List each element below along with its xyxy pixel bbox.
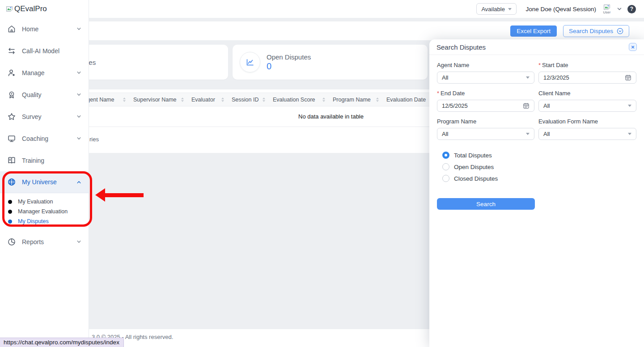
column-header-agent-name[interactable]: Agent Name (83, 93, 133, 106)
radio-label: Closed Disputes (454, 175, 498, 182)
topbar: Available Jone Doe (Qeval Session) User … (89, 0, 644, 18)
start-date-label: *Start Date (538, 62, 636, 68)
sidebar-item-label: My Universe (22, 178, 57, 186)
open-disputes-card: Open Disputes 0 (233, 45, 428, 80)
sort-icon (221, 97, 225, 102)
avatar-alt-text: User (603, 10, 611, 14)
annotation-arrow (104, 193, 144, 197)
chevron-down-icon (76, 92, 81, 97)
sidebar-item-training[interactable]: Training (0, 149, 89, 171)
submenu-item-label: My Evaluation (18, 199, 53, 205)
column-header-evaluator[interactable]: Evaluator (191, 93, 232, 106)
sort-icon (181, 97, 184, 102)
chart-line-icon (245, 57, 255, 67)
monitor-icon (7, 134, 16, 143)
submenu-item-manager-evaluation[interactable]: Manager Evaluation (0, 207, 89, 216)
sidebar-item-label: Quality (22, 91, 42, 98)
chevron-down-icon (76, 136, 81, 141)
help-icon[interactable]: ? (627, 5, 636, 13)
sidebar-item-my-universe[interactable]: My Universe (0, 171, 89, 193)
column-header-supervisor-name[interactable]: Supervisor Name (133, 93, 191, 106)
user-name: Jone Doe (Qeval Session) (525, 6, 596, 13)
sort-icon (376, 97, 379, 102)
dispute-type-radio-group: Total Disputes Open Disputes Closed Disp… (442, 152, 644, 182)
radio-closed-disputes[interactable]: Closed Disputes (442, 175, 644, 182)
my-universe-submenu: My Evaluation Manager Evaluation My Disp… (0, 193, 89, 231)
transfer-arrows-icon (7, 47, 16, 55)
caret-down-icon (526, 76, 530, 79)
user-menu-chevron-icon[interactable] (617, 6, 622, 12)
excel-export-button[interactable]: Excel Export (510, 25, 557, 37)
submenu-item-label: Manager Evaluation (18, 208, 68, 215)
sidebar-item-label: Reports (22, 238, 44, 245)
sidebar-item-label: Home (22, 25, 38, 33)
radio-open-disputes[interactable]: Open Disputes (442, 163, 644, 170)
required-marker: * (437, 90, 439, 97)
radio-button-icon (442, 163, 449, 170)
chevron-down-icon (76, 26, 81, 31)
start-date-input[interactable]: 12/3/2025 (538, 72, 636, 84)
broken-image-icon (6, 6, 13, 12)
sort-icon (123, 97, 126, 102)
annotation-arrow-head (95, 188, 105, 202)
sort-icon (322, 97, 326, 102)
sidebar: QEvalPro Home Call-AI Model Manage (0, 0, 89, 347)
end-date-input[interactable]: 12/5/2025 (437, 100, 534, 112)
sidebar-item-label: Call-AI Model (22, 47, 59, 55)
program-name-select[interactable]: All (437, 128, 534, 140)
submenu-item-label: My Disputes (18, 218, 49, 224)
start-date-value: 12/3/2025 (543, 74, 569, 81)
sidebar-item-home[interactable]: Home (0, 18, 89, 40)
search-disputes-form: Agent Name All *Start Date 12/3/2025 *En… (429, 55, 644, 140)
app-logo[interactable]: QEvalPro (0, 0, 89, 18)
availability-value: Available (481, 6, 505, 13)
search-disputes-panel-header: Search Disputes ✕ (429, 39, 644, 55)
calendar-icon (523, 102, 530, 109)
radio-button-icon (442, 152, 449, 159)
sidebar-item-quality[interactable]: Quality (0, 84, 89, 106)
user-avatar[interactable]: User (601, 4, 613, 14)
evaluation-form-name-value: All (543, 131, 550, 137)
sidebar-item-label: Coaching (22, 135, 48, 142)
globe-icon (7, 178, 16, 186)
pie-chart-icon (7, 237, 16, 246)
circle-chevron-down-icon (617, 28, 623, 34)
submenu-item-my-disputes[interactable]: My Disputes (0, 216, 89, 226)
client-name-select[interactable]: All (538, 100, 636, 112)
open-disputes-card-icon-circle (240, 52, 260, 72)
column-header-session-id[interactable]: Session ID (232, 93, 273, 106)
search-disputes-toggle-label: Search Disputes (569, 28, 613, 34)
end-date-value: 12/5/2025 (442, 102, 468, 109)
search-button[interactable]: Search (437, 198, 535, 210)
sidebar-item-manage[interactable]: Manage (0, 62, 89, 84)
sidebar-item-coaching[interactable]: Coaching (0, 127, 89, 149)
chevron-down-icon (76, 70, 81, 75)
column-header-evaluation-score[interactable]: Evaluation Score (273, 93, 333, 106)
radio-label: Open Disputes (454, 164, 494, 170)
radio-total-disputes[interactable]: Total Disputes (442, 152, 644, 159)
sidebar-item-call-ai-model[interactable]: Call-AI Model (0, 40, 89, 62)
program-name-value: All (442, 131, 448, 137)
sidebar-item-label: Training (22, 157, 44, 164)
sidebar-item-survey[interactable]: Survey (0, 106, 89, 127)
evaluation-form-name-label: Evaluation Form Name (538, 118, 636, 125)
sidebar-item-label: Manage (22, 69, 45, 76)
evaluation-form-name-select[interactable]: All (538, 128, 636, 140)
search-disputes-panel: Search Disputes ✕ Agent Name All *Start … (429, 39, 644, 347)
submenu-item-my-evaluation[interactable]: My Evaluation (0, 197, 89, 207)
user-gear-icon (7, 68, 16, 77)
app-logo-text: QEvalPro (14, 4, 47, 13)
qevalpro-app: Available Jone Doe (Qeval Session) User … (0, 0, 644, 347)
close-icon[interactable]: ✕ (629, 43, 637, 51)
star-icon (7, 112, 16, 121)
availability-dropdown[interactable]: Available (476, 3, 517, 15)
open-disputes-label: Open Disputes (267, 53, 311, 61)
agent-name-select[interactable]: All (437, 72, 534, 84)
table-entries-text: ries (89, 136, 99, 143)
end-date-field: *End Date 12/5/2025 (437, 90, 534, 112)
sidebar-item-reports[interactable]: Reports (0, 231, 89, 253)
column-header-program-name[interactable]: Program Name (333, 93, 386, 106)
column-header-evaluation-date[interactable]: Evaluation Date (386, 93, 429, 106)
client-name-value: All (543, 102, 550, 109)
search-disputes-toggle-button[interactable]: Search Disputes (563, 25, 629, 37)
